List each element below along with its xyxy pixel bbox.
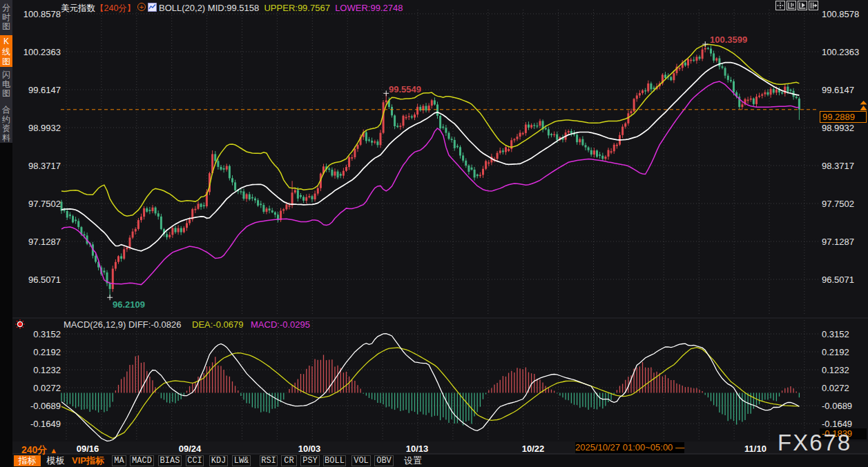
svg-text:100.3599: 100.3599: [710, 34, 747, 45]
svg-text:0.3152: 0.3152: [33, 329, 61, 339]
svg-text:99.6147: 99.6147: [822, 85, 854, 95]
svg-text:98.3717: 98.3717: [28, 161, 61, 171]
svg-text:100.2363: 100.2363: [822, 47, 859, 57]
svg-text:96.5071: 96.5071: [822, 275, 854, 285]
svg-text:0.1232: 0.1232: [33, 365, 61, 375]
svg-text:96.5071: 96.5071: [28, 275, 61, 285]
svg-text:0.2192: 0.2192: [822, 347, 849, 357]
svg-text:99.6147: 99.6147: [28, 85, 61, 95]
svg-text:0.2192: 0.2192: [33, 347, 61, 357]
svg-text:-0.1649: -0.1649: [30, 419, 61, 429]
svg-text:97.7502: 97.7502: [28, 199, 61, 209]
svg-text:100.8578: 100.8578: [822, 9, 859, 19]
svg-text:-0.1649: -0.1649: [822, 419, 852, 429]
svg-text:0.1232: 0.1232: [822, 365, 849, 375]
svg-text:100.8578: 100.8578: [23, 9, 61, 19]
svg-text:10/22: 10/22: [522, 444, 545, 454]
svg-text:09/16: 09/16: [77, 444, 99, 454]
svg-text:0.3152: 0.3152: [822, 329, 849, 339]
svg-text:98.3717: 98.3717: [822, 161, 854, 171]
svg-text:10/13: 10/13: [406, 444, 429, 454]
svg-text:-0.0689: -0.0689: [822, 401, 852, 411]
svg-text:98.9932: 98.9932: [822, 123, 854, 133]
svg-text:09/24: 09/24: [179, 444, 202, 454]
svg-text:0.0272: 0.0272: [33, 383, 61, 393]
svg-text:99.5549: 99.5549: [389, 84, 421, 95]
svg-text:96.2109: 96.2109: [113, 299, 145, 310]
svg-text:MACD:-0.0295: MACD:-0.0295: [251, 319, 310, 330]
svg-text:MACD(26,12,9) DIFF:-0.0826: MACD(26,12,9) DIFF:-0.0826: [64, 319, 182, 330]
svg-text:97.1287: 97.1287: [822, 237, 854, 247]
svg-text:97.1287: 97.1287: [28, 237, 61, 247]
svg-text:10/03: 10/03: [298, 444, 321, 454]
svg-text:98.9932: 98.9932: [28, 123, 61, 133]
svg-text:0.0272: 0.0272: [822, 383, 849, 393]
svg-text:100.2363: 100.2363: [23, 47, 61, 57]
svg-text:97.7502: 97.7502: [822, 199, 854, 209]
svg-text:-0.0689: -0.0689: [30, 401, 61, 411]
svg-text:11/10: 11/10: [744, 444, 766, 454]
svg-text:DEA:-0.0679: DEA:-0.0679: [192, 319, 243, 330]
